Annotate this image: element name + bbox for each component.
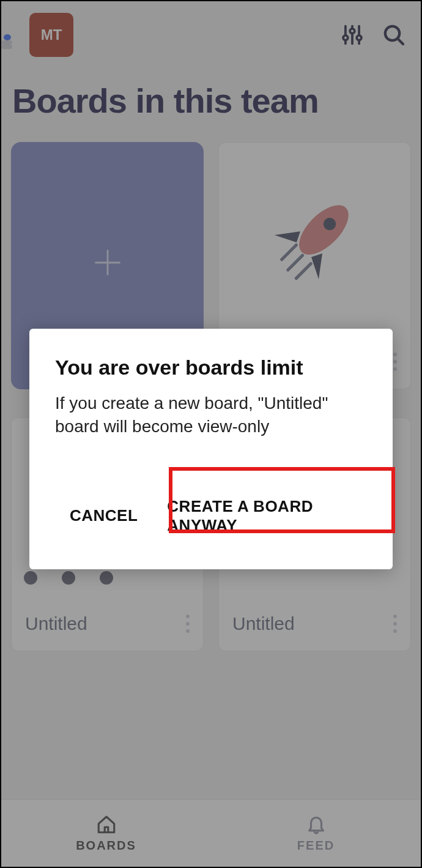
cancel-button[interactable]: CANCEL bbox=[55, 493, 152, 539]
app-screen: MT Boards in this team bbox=[0, 0, 422, 868]
create-anyway-button[interactable]: CREATE A BOARD ANYWAY bbox=[152, 481, 367, 551]
dialog-actions: CANCEL CREATE A BOARD ANYWAY bbox=[55, 481, 367, 551]
dialog-body: If you create a new board, "Untitled" bo… bbox=[55, 392, 367, 438]
boards-limit-dialog: You are over boards limit If you create … bbox=[29, 329, 393, 569]
dialog-title: You are over boards limit bbox=[55, 356, 367, 380]
